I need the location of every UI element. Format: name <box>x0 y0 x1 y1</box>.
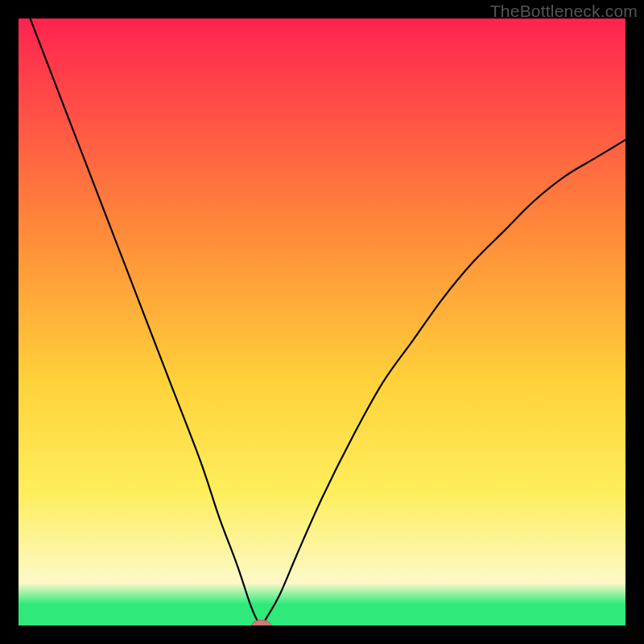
gradient-background <box>19 19 625 625</box>
bottleneck-chart <box>19 19 625 625</box>
chart-frame <box>19 19 625 625</box>
